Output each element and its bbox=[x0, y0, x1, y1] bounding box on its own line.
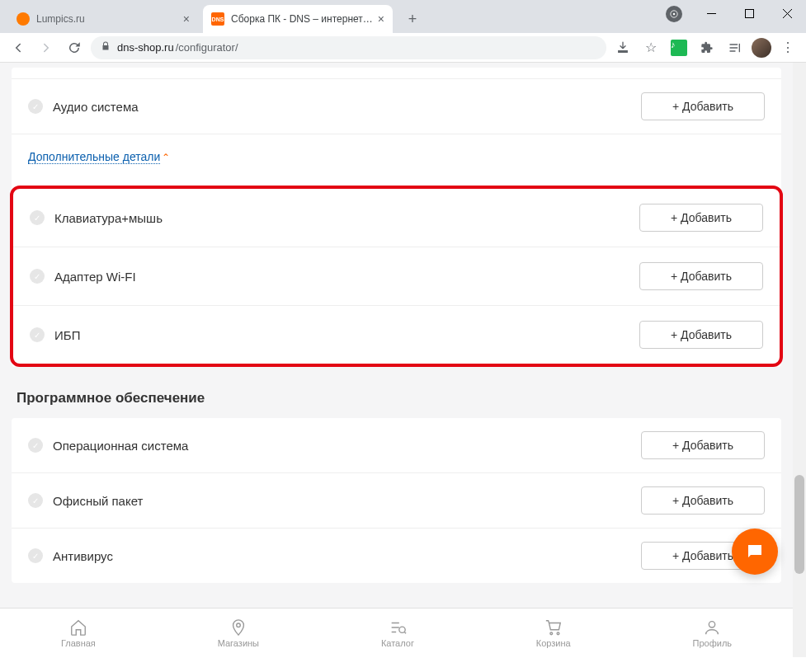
add-button-audio[interactable]: + Добавить bbox=[641, 92, 765, 120]
row-label: ИБП bbox=[54, 328, 80, 342]
row-label: Адаптер Wi-FI bbox=[54, 270, 136, 284]
reading-list-icon[interactable] bbox=[724, 36, 747, 59]
maximize-button[interactable] bbox=[730, 0, 768, 26]
profile-avatar[interactable] bbox=[752, 38, 771, 58]
check-circle-icon: ✓ bbox=[28, 99, 43, 114]
cart-icon bbox=[544, 618, 563, 637]
home-icon bbox=[69, 618, 87, 637]
chat-icon bbox=[745, 542, 765, 562]
install-icon[interactable] bbox=[611, 36, 634, 59]
bottom-nav-home[interactable]: Главная bbox=[61, 618, 96, 648]
additional-details-toggle[interactable]: Дополнительные детали⌃ bbox=[12, 134, 781, 186]
bookmark-star-icon[interactable]: ☆ bbox=[639, 36, 662, 59]
bottom-nav-label: Магазины bbox=[218, 638, 259, 648]
forward-button[interactable] bbox=[35, 36, 58, 59]
config-row-wifi-adapter: ✓ Адаптер Wi-FI + Добавить bbox=[13, 247, 780, 306]
check-circle-icon: ✓ bbox=[28, 438, 43, 453]
add-button-keyboard-mouse[interactable]: + Добавить bbox=[639, 204, 763, 232]
extensions-puzzle-icon[interactable] bbox=[695, 36, 719, 59]
tab-close-icon[interactable]: × bbox=[183, 12, 190, 26]
kebab-menu-icon[interactable]: ⋮ bbox=[776, 36, 799, 59]
config-row-office: ✓ Офисный пакет + Добавить bbox=[12, 473, 781, 529]
favicon-lumpics bbox=[16, 12, 30, 26]
url-host: dns-shop.ru bbox=[117, 41, 174, 54]
minimize-button[interactable] bbox=[692, 0, 730, 26]
svg-rect-2 bbox=[707, 13, 716, 14]
reload-button[interactable] bbox=[63, 36, 86, 59]
catalog-icon bbox=[389, 618, 407, 637]
check-circle-icon: ✓ bbox=[28, 493, 43, 508]
tab-title: Lumpics.ru bbox=[36, 13, 178, 25]
row-label: Операционная система bbox=[53, 439, 188, 453]
lock-icon bbox=[101, 41, 111, 54]
browser-titlebar: Lumpics.ru × DNS Сборка ПК - DNS – интер… bbox=[0, 0, 806, 33]
chat-fab-button[interactable] bbox=[732, 529, 778, 575]
pin-icon bbox=[229, 618, 247, 637]
bottom-nav-label: Профиль bbox=[693, 638, 733, 648]
browser-toolbar: dns-shop.ru/configurator/ ☆ ♪ ⋮ bbox=[0, 33, 806, 63]
add-button-wifi-adapter[interactable]: + Добавить bbox=[639, 262, 763, 290]
check-circle-icon: ✓ bbox=[30, 327, 45, 342]
profile-icon bbox=[703, 618, 721, 637]
svg-point-9 bbox=[557, 632, 559, 634]
browser-tab-active[interactable]: DNS Сборка ПК - DNS – интернет ма × bbox=[203, 5, 393, 33]
config-row-audio: ✓ Аудио система + Добавить bbox=[12, 79, 781, 134]
tab-title: Сборка ПК - DNS – интернет ма bbox=[231, 13, 373, 25]
scrollbar-track[interactable] bbox=[793, 63, 806, 657]
software-section: ✓ Операционная система + Добавить ✓ Офис… bbox=[12, 418, 781, 583]
browser-window: Lumpics.ru × DNS Сборка ПК - DNS – интер… bbox=[0, 0, 806, 672]
config-row-os: ✓ Операционная система + Добавить bbox=[12, 418, 781, 473]
bottom-nav-label: Главная bbox=[61, 638, 96, 648]
svg-point-10 bbox=[709, 621, 715, 627]
highlighted-rows-box: ✓ Клавиатура+мышь + Добавить ✓ Адаптер W… bbox=[10, 186, 783, 367]
software-section-title: Программное обеспечение bbox=[12, 367, 781, 418]
tab-close-icon[interactable]: × bbox=[378, 12, 384, 26]
bottom-nav-cart[interactable]: Корзина bbox=[536, 618, 571, 648]
favicon-dns: DNS bbox=[211, 12, 224, 26]
address-bar[interactable]: dns-shop.ru/configurator/ bbox=[91, 36, 606, 59]
add-button-ups[interactable]: + Добавить bbox=[639, 321, 763, 349]
bottom-navigation: Главная Магазины Каталог Корзина Профиль bbox=[0, 608, 793, 657]
svg-point-8 bbox=[550, 632, 553, 634]
row-label: Офисный пакет bbox=[53, 494, 143, 508]
scrollbar-thumb[interactable] bbox=[794, 475, 804, 574]
page-viewport: ✓ Аудио система + Добавить Дополнительны… bbox=[0, 63, 793, 657]
url-path: /configurator/ bbox=[176, 41, 238, 54]
svg-point-6 bbox=[237, 623, 241, 627]
bottom-nav-label: Корзина bbox=[536, 638, 571, 648]
svg-point-1 bbox=[673, 13, 676, 16]
row-label: Антивирус bbox=[53, 549, 113, 563]
config-row-keyboard-mouse: ✓ Клавиатура+мышь + Добавить bbox=[13, 189, 780, 247]
add-button-office[interactable]: + Добавить bbox=[641, 486, 765, 515]
check-circle-icon: ✓ bbox=[30, 210, 45, 225]
close-button[interactable] bbox=[768, 0, 806, 26]
back-button[interactable] bbox=[7, 36, 30, 59]
window-controls bbox=[692, 0, 806, 26]
bottom-nav-stores[interactable]: Магазины bbox=[218, 618, 259, 648]
config-row-antivirus: ✓ Антивирус + Добавить bbox=[12, 529, 781, 583]
check-circle-icon: ✓ bbox=[28, 548, 43, 563]
new-tab-button[interactable]: + bbox=[401, 7, 424, 31]
row-label: Аудио система bbox=[53, 100, 139, 114]
svg-rect-3 bbox=[745, 9, 753, 17]
bottom-nav-catalog[interactable]: Каталог bbox=[381, 618, 414, 648]
browser-tab-inactive[interactable]: Lumpics.ru × bbox=[8, 5, 198, 33]
window-bottom-strip bbox=[0, 657, 806, 672]
extension-music-icon[interactable]: ♪ bbox=[667, 36, 691, 59]
bottom-nav-label: Каталог bbox=[381, 638, 414, 648]
bottom-nav-profile[interactable]: Профиль bbox=[693, 618, 733, 648]
add-button-os[interactable]: + Добавить bbox=[641, 431, 765, 459]
chevron-up-icon: ⌃ bbox=[162, 152, 170, 163]
chrome-profile-badge[interactable] bbox=[666, 6, 682, 22]
check-circle-icon: ✓ bbox=[30, 269, 45, 284]
svg-point-7 bbox=[399, 627, 405, 632]
additional-details-link[interactable]: Дополнительные детали bbox=[28, 150, 160, 164]
config-row-ups: ✓ ИБП + Добавить bbox=[13, 306, 780, 364]
peripherals-section: ✓ Аудио система + Добавить Дополнительны… bbox=[12, 68, 781, 367]
row-label: Клавиатура+мышь bbox=[54, 211, 163, 225]
